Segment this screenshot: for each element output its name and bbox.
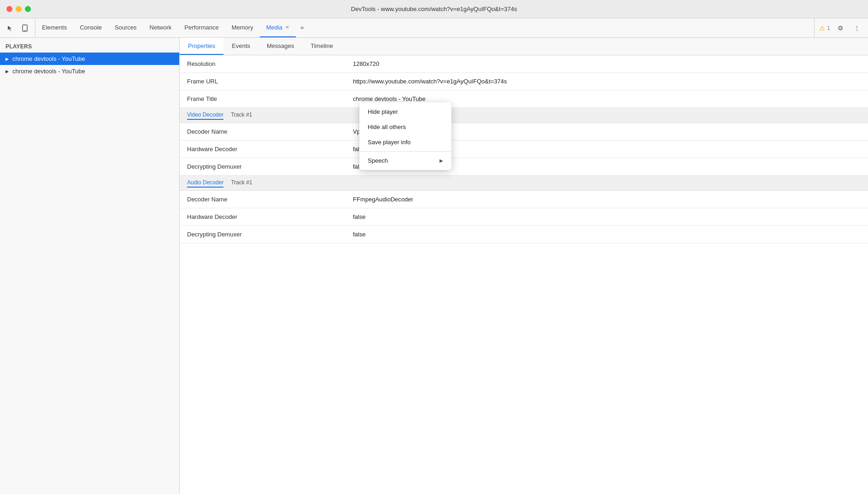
ctx-hide-all-others[interactable]: Hide all others <box>359 119 452 135</box>
ctx-hide-player[interactable]: Hide player <box>359 104 452 119</box>
player-item-1[interactable]: ▶ chrome devtools - YouTube <box>0 53 179 65</box>
audio-decrypting-demuxer-label: Decrypting Demuxer <box>180 227 346 241</box>
player-item-2[interactable]: ▶ chrome devtools - YouTube <box>0 65 179 77</box>
video-decoder-section-header: Video Decoder Track #1 <box>180 108 868 123</box>
sub-tabs: Properties Events Messages Timeline <box>180 38 868 55</box>
prop-label-resolution: Resolution <box>180 57 346 71</box>
window-minimize-button[interactable] <box>16 6 22 12</box>
more-tabs-button[interactable]: » <box>296 18 308 37</box>
video-decrypting-demuxer-row: Decrypting Demuxer false <box>180 158 868 176</box>
audio-decoder-name-label: Decoder Name <box>180 192 346 206</box>
video-decoder-name-label: Decoder Name <box>180 124 346 139</box>
audio-hardware-decoder-row: Hardware Decoder false <box>180 208 868 226</box>
tab-media[interactable]: Media ✕ <box>260 18 296 37</box>
tab-elements[interactable]: Elements <box>35 18 73 37</box>
tab-console[interactable]: Console <box>73 18 108 37</box>
warning-badge[interactable]: ⚠ 1 <box>819 24 830 32</box>
audio-decrypting-demuxer-row: Decrypting Demuxer false <box>180 226 868 243</box>
section-tab-audio-decoder[interactable]: Audio Decoder <box>187 178 223 188</box>
video-decrypting-demuxer-label: Decrypting Demuxer <box>180 159 346 174</box>
audio-decoder-name-value: FFmpegAudioDecoder <box>346 192 868 206</box>
window-close-button[interactable] <box>6 6 12 12</box>
content-area: Properties Events Messages Timeline Reso… <box>180 38 868 494</box>
audio-hardware-decoder-value: false <box>346 210 868 224</box>
audio-decrypting-demuxer-value: false <box>346 227 868 241</box>
props-content: Resolution 1280x720 Frame URL https://ww… <box>180 55 868 494</box>
main-layout: Players ▶ chrome devtools - YouTube ▶ ch… <box>0 38 868 494</box>
video-hardware-decoder-label: Hardware Decoder <box>180 142 346 156</box>
audio-hardware-decoder-label: Hardware Decoder <box>180 210 346 224</box>
audio-decoder-name-row: Decoder Name FFmpegAudioDecoder <box>180 191 868 208</box>
prop-value-resolution: 1280x720 <box>346 57 868 71</box>
window-controls <box>6 6 31 12</box>
context-menu: Hide player Hide all others Save player … <box>359 102 452 170</box>
warning-triangle-icon: ⚠ <box>819 24 825 32</box>
video-hardware-decoder-row: Hardware Decoder false <box>180 141 868 158</box>
cursor-icon <box>7 25 13 31</box>
ctx-save-player-info[interactable]: Save player info <box>359 135 452 150</box>
ctx-speech[interactable]: Speech ▶ <box>359 153 452 168</box>
mobile-icon <box>22 24 28 32</box>
title-bar: DevTools - www.youtube.com/watch?v=e1gAy… <box>0 0 868 18</box>
tab-memory[interactable]: Memory <box>225 18 260 37</box>
player-expand-arrow-1: ▶ <box>6 57 9 61</box>
toolbar-right: ⚠ 1 ⚙ ⋮ <box>814 18 868 37</box>
ctx-divider <box>359 151 452 152</box>
toolbar-left-icons <box>0 18 35 37</box>
subtab-timeline[interactable]: Timeline <box>302 38 341 55</box>
prop-row-resolution: Resolution 1280x720 <box>180 55 868 73</box>
prop-value-frame-url: https://www.youtube.com/watch?v=e1gAyQuI… <box>346 74 868 88</box>
tab-network[interactable]: Network <box>143 18 178 37</box>
sidebar-header: Players <box>0 40 179 53</box>
toolbar-tabs: Elements Console Sources Network Perform… <box>35 18 814 37</box>
subtab-events[interactable]: Events <box>223 38 258 55</box>
prop-label-frame-title: Frame Title <box>180 92 346 106</box>
prop-row-frame-url: Frame URL https://www.youtube.com/watch?… <box>180 73 868 90</box>
window-maximize-button[interactable] <box>25 6 31 12</box>
tab-performance[interactable]: Performance <box>178 18 225 37</box>
subtab-properties[interactable]: Properties <box>180 38 223 55</box>
pointer-tool-button[interactable] <box>4 22 17 35</box>
toolbar: Elements Console Sources Network Perform… <box>0 18 868 38</box>
video-decoder-name-row: Decoder Name VpxVideoDecoder <box>180 123 868 141</box>
audio-decoder-section-header: Audio Decoder Track #1 <box>180 176 868 191</box>
window-title: DevTools - www.youtube.com/watch?v=e1gAy… <box>351 6 517 12</box>
settings-button[interactable]: ⚙ <box>834 22 847 35</box>
section-tab-video-track1[interactable]: Track #1 <box>231 111 252 120</box>
prop-label-frame-url: Frame URL <box>180 74 346 88</box>
mobile-emulation-button[interactable] <box>18 22 31 35</box>
more-options-button[interactable]: ⋮ <box>850 22 863 35</box>
sidebar: Players ▶ chrome devtools - YouTube ▶ ch… <box>0 38 180 494</box>
svg-rect-1 <box>24 30 26 30</box>
prop-row-frame-title: Frame Title chrome devtools - YouTube <box>180 90 868 108</box>
ctx-speech-arrow-icon: ▶ <box>440 158 443 163</box>
player-expand-arrow-2: ▶ <box>6 69 9 74</box>
close-media-tab-button[interactable]: ✕ <box>285 24 289 30</box>
section-tab-video-decoder[interactable]: Video Decoder <box>187 111 223 120</box>
tab-sources[interactable]: Sources <box>108 18 143 37</box>
section-tab-audio-track1[interactable]: Track #1 <box>231 178 252 188</box>
subtab-messages[interactable]: Messages <box>258 38 302 55</box>
